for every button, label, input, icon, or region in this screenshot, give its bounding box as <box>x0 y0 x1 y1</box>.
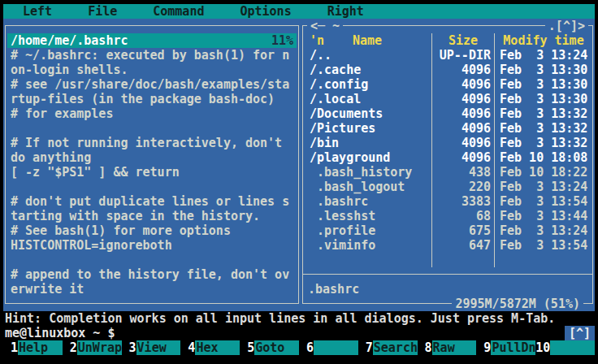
file-row[interactable]: /.cache4096Feb 3 13:30 <box>303 63 592 77</box>
file-row[interactable]: /bin4096Feb 3 13:32 <box>303 136 592 150</box>
panel-top-border: <─ ~ .[^]> <box>301 19 595 33</box>
fkey-6[interactable]: 6 <box>299 340 358 355</box>
mini-status: .bashrc <box>305 282 591 297</box>
viewer-line: do anything <box>7 150 297 165</box>
fkey-2-unwrap[interactable]: 2UnWrap <box>63 340 122 355</box>
file-mtime: Feb 3 13:30 <box>495 92 592 106</box>
panel-top-border <box>3 19 301 33</box>
fkey-5-goto[interactable]: 5Goto <box>240 340 299 355</box>
file-row[interactable]: .viminfo647Feb 3 13:54 <box>303 238 592 253</box>
mini-status-divider <box>301 267 595 282</box>
fkey-1-help[interactable]: 1Help <box>3 340 63 355</box>
file-name: /playground <box>303 150 431 165</box>
fkey-label: Help <box>18 340 63 355</box>
file-name: .bashrc <box>303 194 431 209</box>
file-size: 438 <box>431 165 495 180</box>
size-column-header[interactable]: Size <box>431 33 495 48</box>
fkey-7-search[interactable]: 7Search <box>358 340 418 355</box>
shell-prompt-row[interactable]: me@linuxbox ~ $ [^] <box>3 326 595 340</box>
menu-item-right[interactable]: Right <box>326 4 366 19</box>
file-name: .lesshst <box>303 209 431 223</box>
file-mtime: Feb 3 13:24 <box>495 48 592 63</box>
fkey-4-hex[interactable]: 4Hex <box>180 340 240 355</box>
viewer-line: HISTCONTROL=ignoreboth <box>7 238 297 253</box>
panel-border-left <box>302 26 303 304</box>
panel-bottom-border: 2995M/5872M (51%) <box>301 297 595 311</box>
fkey-label: UnWrap <box>77 340 122 355</box>
file-size: 3383 <box>431 194 495 209</box>
file-size: 4096 <box>431 150 495 165</box>
file-mtime: Feb 10 18:22 <box>495 165 592 180</box>
history-back-arrow[interactable]: <─ <box>310 19 325 33</box>
mtime-column-header[interactable]: Modify time <box>495 33 592 48</box>
disk-usage: 2995M/5872M (51%) <box>452 297 583 311</box>
file-mtime: Feb 3 13:44 <box>495 209 592 223</box>
empty-list-row <box>303 253 592 267</box>
file-row[interactable]: /playground4096Feb 10 18:08 <box>303 150 592 165</box>
menu-item-file[interactable]: File <box>86 4 119 19</box>
file-name: /bin <box>303 136 431 150</box>
file-mtime: Feb 3 13:30 <box>495 77 592 92</box>
menu-item-left[interactable]: Left <box>21 4 54 19</box>
file-name: /Documents <box>303 106 431 121</box>
terminal-window: LeftFileCommandOptionsRight /home/me/.ba… <box>0 0 598 364</box>
file-size: 4096 <box>431 121 495 136</box>
viewer-line: # see /usr/share/doc/bash/examples/sta <box>7 77 297 92</box>
fkey-10[interactable]: 10 <box>535 340 595 355</box>
quick-view-panel[interactable]: /home/me/.bashrc 11% # ~/.bashrc: execut… <box>3 19 301 311</box>
fkey-3-view[interactable]: 3View <box>122 340 181 355</box>
fkey-number: 5 <box>240 340 254 355</box>
viewed-file-path: /home/me/.bashrc <box>11 33 128 48</box>
file-size: 4096 <box>431 106 495 121</box>
file-size: 4096 <box>431 63 495 77</box>
current-path: ~ <box>332 19 340 33</box>
file-row[interactable]: /.local4096Feb 3 13:30 <box>303 92 592 106</box>
shell-prompt[interactable]: me@linuxbox ~ $ <box>3 326 115 340</box>
viewer-line: tarting with space in the history. <box>7 209 297 223</box>
viewer-line: # append to the history file, don't ov <box>7 267 297 282</box>
menu-item-options[interactable]: Options <box>238 4 292 19</box>
fkey-label: Search <box>373 340 418 355</box>
viewer-title-bar: /home/me/.bashrc 11% <box>7 33 297 48</box>
fkey-label: Raw <box>432 340 477 355</box>
file-size: 675 <box>431 223 495 238</box>
panel-up-button[interactable]: .[^]> <box>545 19 588 33</box>
viewer-content: # ~/.bashrc: executed by bash(1) for non… <box>3 48 301 297</box>
fkey-number: 10 <box>535 340 550 355</box>
menu-item-command[interactable]: Command <box>151 4 206 19</box>
viewer-line: # don't put duplicate lines or lines s <box>7 194 297 209</box>
fkey-number: 7 <box>358 340 373 355</box>
viewer-line <box>7 180 297 194</box>
file-mtime: Feb 3 13:32 <box>495 106 592 121</box>
panel-top-title: <─ ~ <box>307 19 343 33</box>
file-name: .bash_history <box>303 165 431 180</box>
fkey-label: Hex <box>195 340 240 355</box>
name-column-header[interactable]: 'nName <box>303 33 431 48</box>
function-key-bar: 1Help2UnWrap3View4Hex5Goto67Search8Raw9P… <box>3 340 595 355</box>
fkey-8-raw[interactable]: 8Raw <box>418 340 477 355</box>
file-row[interactable]: .profile675Feb 3 13:24 <box>303 223 592 238</box>
menu-bar: LeftFileCommandOptionsRight <box>3 4 595 19</box>
show-directories-button[interactable]: [^] <box>565 326 595 340</box>
file-row[interactable]: .lesshst68Feb 3 13:44 <box>303 209 592 223</box>
viewer-line: # for examples <box>7 106 297 121</box>
file-list-panel[interactable]: <─ ~ .[^]> 'nName Size Modify time /..UP… <box>301 19 595 311</box>
file-row[interactable]: /..UP--DIRFeb 3 13:24 <box>303 48 592 63</box>
file-size: 4096 <box>431 77 495 92</box>
file-name: /.cache <box>303 63 431 77</box>
fkey-label: Goto <box>254 340 299 355</box>
viewer-line <box>7 253 297 267</box>
viewer-line: # See bash(1) for more options <box>7 223 297 238</box>
file-row[interactable]: /.config4096Feb 3 13:30 <box>303 77 592 92</box>
file-row[interactable]: .bashrc3383Feb 3 13:54 <box>303 194 592 209</box>
file-name: /.config <box>303 77 431 92</box>
panels-area: /home/me/.bashrc 11% # ~/.bashrc: execut… <box>3 19 595 311</box>
panel-border-right <box>592 26 593 304</box>
fkey-9-pulldn[interactable]: 9PullDn <box>476 340 535 355</box>
file-row[interactable]: .bash_logout220Feb 3 13:24 <box>303 180 592 194</box>
file-row[interactable]: /Documents4096Feb 3 13:32 <box>303 106 592 121</box>
file-mtime: Feb 3 13:24 <box>495 180 592 194</box>
file-row[interactable]: .bash_history438Feb 10 18:22 <box>303 165 592 180</box>
file-row[interactable]: /Pictures4096Feb 3 13:32 <box>303 121 592 136</box>
fkey-number: 6 <box>299 340 314 355</box>
